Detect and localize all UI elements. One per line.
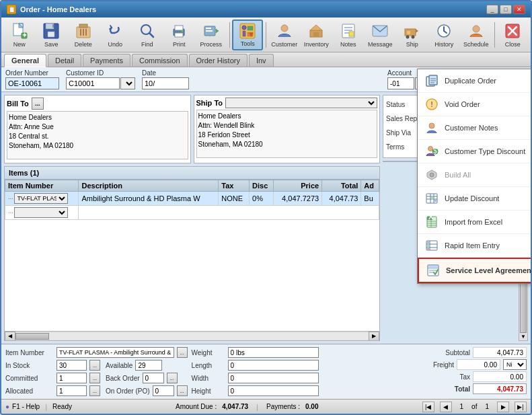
build-all-icon: [424, 167, 439, 182]
ship-label: Ship: [406, 42, 418, 48]
ship-button[interactable]: Ship: [397, 20, 428, 50]
minimize-button[interactable]: _: [486, 5, 498, 14]
item-number-select[interactable]: TV-FLAT PLASMA: [14, 193, 68, 204]
freight-code-select[interactable]: Ni: [503, 359, 527, 370]
customer-id-select[interactable]: [120, 77, 135, 89]
menu-rapid-item-entry[interactable]: Rapid Item Entry: [418, 234, 532, 258]
inventory-button[interactable]: Inventory: [301, 20, 332, 50]
back-order-btn[interactable]: ...: [167, 373, 178, 383]
nav-first-button[interactable]: |◀: [422, 402, 434, 412]
bill-to-button[interactable]: ...: [32, 98, 44, 110]
customer-icon: [275, 22, 294, 40]
message-button[interactable]: Message: [365, 20, 396, 50]
tab-general[interactable]: General: [4, 54, 46, 67]
ship-icon: [403, 22, 422, 40]
col-ad: Ad: [361, 180, 379, 192]
message-label: Message: [368, 42, 393, 48]
tax-label: Tax: [433, 373, 470, 381]
allocated-input[interactable]: [56, 385, 87, 396]
app-window: 📋 Order - Home Dealers _ □ ✕ ✦ New: [0, 0, 532, 415]
weight-input[interactable]: [228, 347, 319, 358]
menu-void-order[interactable]: ! Void Order: [418, 93, 532, 116]
menu-customer-type-discount[interactable]: $ Customer Type Discount: [418, 140, 532, 163]
new-button[interactable]: ✦ New: [4, 20, 35, 50]
scroll-left-button[interactable]: ◀: [5, 332, 15, 341]
row-ad: Bu: [361, 192, 379, 206]
delete-button[interactable]: Delete: [68, 20, 99, 50]
maximize-button[interactable]: □: [500, 5, 512, 14]
tools-button[interactable]: ▼ Tools: [232, 20, 263, 50]
menu-build-all[interactable]: Build All: [418, 163, 532, 187]
svg-point-44: [412, 36, 414, 38]
freight-value[interactable]: [457, 359, 500, 370]
scroll-right-button[interactable]: ▶: [369, 332, 379, 341]
tab-order-history[interactable]: Order History: [189, 54, 248, 67]
on-order-btn[interactable]: ...: [177, 385, 188, 396]
payments-value: 0.00: [305, 403, 318, 410]
weight-label: Weight: [192, 349, 225, 356]
svg-rect-26: [243, 31, 245, 36]
process-button[interactable]: Process: [196, 20, 227, 50]
width-input[interactable]: [228, 373, 319, 383]
notes-button[interactable]: Notes: [333, 20, 364, 50]
nav-next-button[interactable]: ▶: [497, 402, 509, 412]
tab-detail[interactable]: Detail: [48, 54, 81, 67]
svg-rect-10: [79, 24, 87, 28]
history-button[interactable]: History: [429, 20, 460, 50]
allocated-btn[interactable]: ...: [89, 385, 100, 396]
print-button[interactable]: Print: [164, 20, 195, 50]
nav-prev-button[interactable]: ◀: [440, 402, 452, 412]
order-number-label: Order Number: [5, 69, 59, 77]
item-number-detail-label: Item Number: [5, 349, 54, 356]
delete-icon: [74, 22, 93, 40]
in-stock-input[interactable]: [56, 360, 87, 371]
table-row-empty[interactable]: ···: [5, 206, 379, 220]
bill-to-address[interactable]: Home Dealers Attn: Anne Sue 18 Central s…: [7, 111, 188, 159]
menu-import-excel[interactable]: X Import from Excel: [418, 211, 532, 234]
items-header: Items (1): [5, 167, 379, 180]
tools-dropdown-menu: Duplicate Order ! Void Order: [417, 69, 532, 284]
save-button[interactable]: Save: [36, 20, 67, 50]
height-input[interactable]: [228, 385, 319, 396]
in-stock-btn[interactable]: ...: [89, 360, 100, 371]
item-number-select-2[interactable]: [14, 207, 68, 218]
tab-payments[interactable]: Payments: [83, 54, 130, 67]
committed-input[interactable]: [56, 373, 87, 383]
schedule-button[interactable]: Schedule: [461, 20, 492, 50]
of-text: of: [471, 403, 477, 410]
committed-label: Committed: [5, 375, 54, 382]
available-input[interactable]: [135, 360, 162, 371]
scroll-down-button[interactable]: ▼: [521, 334, 526, 340]
menu-duplicate-order[interactable]: Duplicate Order: [418, 69, 532, 93]
menu-update-discount[interactable]: Update Discount: [418, 187, 532, 211]
account-input[interactable]: [387, 77, 414, 89]
on-order-input[interactable]: [153, 385, 174, 396]
void-order-icon: !: [424, 97, 439, 112]
ship-to-select[interactable]: [225, 98, 377, 108]
title-bar: 📋 Order - Home Dealers _ □ ✕: [1, 1, 531, 17]
length-input[interactable]: [228, 360, 319, 371]
menu-customer-notes[interactable]: Customer Notes: [418, 116, 532, 140]
payments-label: Payments :: [266, 403, 300, 410]
customer-button[interactable]: Customer: [269, 20, 300, 50]
back-order-input[interactable]: [143, 373, 164, 383]
date-input[interactable]: [142, 77, 189, 89]
item-detail-btn[interactable]: ...: [177, 347, 188, 358]
item-number-detail-input[interactable]: [56, 347, 174, 358]
ship-to-address[interactable]: Home Dealers Attn: Wendell Blink 18 Feri…: [196, 110, 378, 158]
close-window-button[interactable]: ✕: [513, 5, 525, 14]
tab-inv[interactable]: Inv: [249, 54, 274, 67]
amount-due-value: 4,047.73: [222, 403, 248, 410]
svg-point-30: [281, 25, 288, 32]
svg-point-60: [428, 147, 433, 151]
close-button[interactable]: Close: [497, 20, 528, 50]
order-number-input[interactable]: [5, 77, 59, 89]
undo-button[interactable]: Undo: [100, 20, 131, 50]
table-row[interactable]: ··· TV-FLAT PLASMA Ambilight Surround & …: [5, 192, 379, 206]
committed-btn[interactable]: ...: [89, 373, 100, 383]
menu-service-level-agreement[interactable]: Service Level Agreement: [418, 258, 532, 283]
nav-last-button[interactable]: ▶|: [515, 402, 527, 412]
tab-commission[interactable]: Commission: [132, 54, 188, 67]
customer-id-input[interactable]: [66, 77, 120, 89]
find-button[interactable]: Find: [132, 20, 163, 50]
